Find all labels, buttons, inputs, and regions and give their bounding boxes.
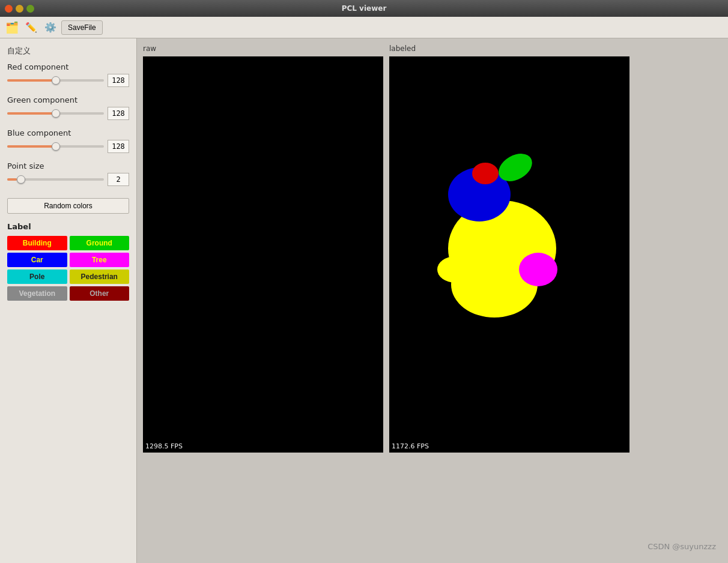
folder-icon: 🗂️ xyxy=(5,21,19,34)
custom-label: 自定义 xyxy=(7,46,129,56)
green-component-label: Green component xyxy=(7,95,129,104)
label-pedestrian-button[interactable]: Pedestrian xyxy=(70,269,130,284)
labeled-fps-label: 1172.6 FPS xyxy=(392,442,429,450)
red-component-section: Red component 128 xyxy=(7,62,129,87)
toolbar: 🗂️ ✏️ ⚙️ SaveFile xyxy=(0,17,728,38)
point-size-section: Point size 2 xyxy=(7,161,129,186)
label-building-button[interactable]: Building xyxy=(7,236,67,250)
label-car-button[interactable]: Car xyxy=(7,253,67,267)
green-slider-thumb[interactable] xyxy=(52,109,60,118)
point-size-slider-thumb[interactable] xyxy=(17,175,25,184)
savefile-button[interactable]: SaveFile xyxy=(61,20,103,35)
green-slider-fill xyxy=(7,112,56,115)
titlebar: PCL viewer xyxy=(0,0,728,17)
blue-component-section: Blue component 128 xyxy=(7,128,129,153)
maximize-button[interactable] xyxy=(26,5,34,13)
open-folder-button[interactable]: 🗂️ xyxy=(4,19,20,36)
red-slider-fill xyxy=(7,79,56,82)
red-slider-track[interactable] xyxy=(7,79,104,82)
blue-slider-track[interactable] xyxy=(7,145,104,148)
point-size-slider-row: 2 xyxy=(7,173,129,186)
label-tree-button[interactable]: Tree xyxy=(70,253,130,267)
red-component-label: Red component xyxy=(7,62,129,71)
label-ground-button[interactable]: Ground xyxy=(70,236,130,250)
point-size-slider-track[interactable] xyxy=(7,178,104,181)
label-grid: Building Ground Car Tree Pole Pedestrian… xyxy=(7,236,129,301)
label-section-title: Label xyxy=(7,222,129,231)
svg-point-4 xyxy=(472,163,499,184)
raw-panel-label: raw xyxy=(143,44,383,53)
blue-slider-row: 128 xyxy=(7,140,129,153)
raw-fps-label: 1298.5 FPS xyxy=(145,442,183,450)
label-other-button[interactable]: Other xyxy=(70,286,130,301)
window-title: PCL viewer xyxy=(342,4,387,13)
raw-canvas: 1298.5 FPS xyxy=(143,56,383,453)
labeled-panel-label: labeled xyxy=(389,44,629,53)
content-area: raw 1298.5 FPS labeled xyxy=(137,38,728,563)
blue-component-label: Blue component xyxy=(7,128,129,137)
random-colors-button[interactable]: Random colors xyxy=(7,198,129,214)
blue-slider-thumb[interactable] xyxy=(52,142,60,151)
blue-slider-fill xyxy=(7,145,56,148)
svg-point-2 xyxy=(437,256,473,283)
minimize-button[interactable] xyxy=(16,5,23,13)
sidebar: 自定义 Red component 128 Green component 12… xyxy=(0,38,137,563)
close-button[interactable] xyxy=(5,5,13,13)
green-slider-row: 128 xyxy=(7,107,129,120)
labeled-canvas: 1172.6 FPS xyxy=(389,56,629,453)
label-vegetation-button[interactable]: Vegetation xyxy=(7,286,67,301)
labeled-viewer-panel: labeled xyxy=(389,44,629,557)
red-slider-row: 128 xyxy=(7,74,129,87)
labeled-scene-svg xyxy=(389,56,629,453)
settings-button[interactable]: ⚙️ xyxy=(42,19,59,36)
blue-slider-value[interactable]: 128 xyxy=(108,140,129,153)
edit-button[interactable]: ✏️ xyxy=(23,19,40,36)
main-layout: 自定义 Red component 128 Green component 12… xyxy=(0,38,728,563)
green-slider-value[interactable]: 128 xyxy=(108,107,129,120)
svg-point-6 xyxy=(519,253,557,286)
watermark: CSDN @suyunzzz xyxy=(648,542,716,551)
red-slider-value[interactable]: 128 xyxy=(108,74,129,87)
green-component-section: Green component 128 xyxy=(7,95,129,120)
raw-viewer-panel: raw 1298.5 FPS xyxy=(143,44,383,557)
point-size-value[interactable]: 2 xyxy=(108,173,129,186)
point-size-slider-fill xyxy=(7,178,17,181)
settings-icon: ⚙️ xyxy=(44,22,56,33)
point-size-label: Point size xyxy=(7,161,129,170)
green-slider-track[interactable] xyxy=(7,112,104,115)
red-slider-thumb[interactable] xyxy=(52,76,60,85)
pencil-icon: ✏️ xyxy=(25,22,37,33)
window-controls xyxy=(5,5,34,13)
label-pole-button[interactable]: Pole xyxy=(7,269,67,284)
